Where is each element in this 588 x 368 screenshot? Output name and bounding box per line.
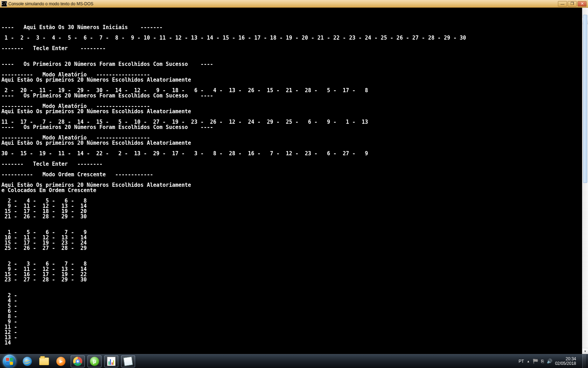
utorrent-icon: μ (90, 357, 99, 366)
console-line: 13 - (1, 335, 587, 340)
taskbar-clock[interactable]: 20:34 02/05/2018 (555, 357, 578, 366)
console-line: Aqui Estão Os primeiros 20 Números Escol… (1, 141, 587, 146)
taskbar-item-wmp[interactable]: ▶ (52, 354, 69, 368)
console-line: 9 - (1, 319, 587, 325)
console-line: 23 - 27 - 28 - 29 - 30 (1, 277, 587, 282)
close-button[interactable]: ✕ (578, 1, 587, 7)
taskbar-item-chrome[interactable] (69, 354, 86, 368)
scroll-thumb[interactable] (583, 15, 587, 183)
media-player-icon: ▶ (56, 357, 65, 366)
console-line: 6 - (1, 309, 587, 314)
taskbar-item-explorer[interactable] (36, 354, 52, 368)
console-line: e Colocados Em Ordem Crescente (1, 188, 587, 193)
console-line: 11 - (1, 325, 587, 330)
console-line: 8 - (1, 314, 587, 319)
console-line: 12 - (1, 330, 587, 335)
notepad-icon (123, 356, 133, 366)
minimize-button[interactable]: — (558, 1, 567, 7)
show-desktop-button[interactable] (582, 354, 586, 368)
console-line: 30 - 15 - 19 - 11 - 14 - 22 - 2 - 13 - 2… (1, 151, 587, 156)
clock-time: 20:34 (555, 357, 576, 361)
taskbar-item-devcpp[interactable] (103, 354, 120, 368)
language-indicator[interactable]: PT (519, 359, 524, 364)
console-line: 15 - 16 - 17 - 19 - 22 (1, 272, 587, 277)
console-line: Aqui Estão Os primeiros 20 Números Escol… (1, 109, 587, 114)
maximize-button[interactable]: ❐ (568, 1, 577, 7)
console-line: 14 (1, 340, 587, 346)
console-line: 4 - (1, 298, 587, 304)
start-button[interactable] (0, 354, 19, 368)
tray-overflow-icon[interactable]: ▲ (527, 360, 530, 363)
taskbar-item-ie[interactable] (19, 354, 36, 368)
console-line: 25 - 26 - 27 - 28 - 29 (1, 246, 587, 251)
console-line: 9 - 11 - 12 - 13 - 14 (1, 267, 587, 272)
chrome-icon (73, 357, 82, 366)
console-line (1, 282, 587, 288)
taskbar: ▶ μ PT ▲ 🏁 ⎘ 🔊 20:34 02/05/2018 (0, 354, 588, 368)
console-line: 2 - (1, 293, 587, 298)
scroll-down-arrow[interactable]: ▼ (582, 348, 588, 354)
windows-logo-icon (3, 355, 16, 368)
console-icon: C:\ (1, 1, 7, 7)
console-line: 2 - 4 - 5 - 6 - 8 (1, 198, 587, 204)
console-line: ---- Os Primeiros 20 Números Foram Escol… (1, 93, 587, 98)
console-line: ---- Os Primeiros 20 Números Foram Escol… (1, 125, 587, 130)
console-line: 10 - 11 - 12 - 13 - 14 (1, 235, 587, 240)
console-line: Aqui Estão Os primeiros 20 Números Escol… (1, 77, 587, 83)
console-line: 1 - 5 - 6 - 7 - 9 (1, 230, 587, 235)
system-tray: PT ▲ 🏁 ⎘ 🔊 20:34 02/05/2018 (516, 357, 580, 366)
console-line (1, 193, 587, 198)
volume-icon[interactable]: 🔊 (547, 359, 552, 364)
console-line (1, 256, 587, 261)
console-line: ---- Aqui Estão Os 30 Números Iniciais -… (1, 25, 587, 30)
console-output: ---- Aqui Estão Os 30 Números Iniciais -… (0, 8, 588, 354)
console-line (1, 51, 587, 56)
taskbar-item-notepad[interactable] (120, 354, 136, 368)
console-line (1, 225, 587, 230)
console-line: 15 - 17 - 18 - 19 - 20 (1, 209, 587, 214)
action-center-icon[interactable]: ⎘ (541, 359, 544, 364)
console-line (1, 251, 587, 256)
console-line: ---- Os Primeiros 20 Números Foram Escol… (1, 62, 587, 67)
console-line: 9 - 11 - 12 - 13 - 14 (1, 204, 587, 209)
console-line (1, 219, 587, 225)
console-line: ------- Tecle Enter -------- (1, 162, 587, 167)
ie-icon (23, 357, 32, 366)
console-line: 5 - (1, 304, 587, 309)
console-line: 2 - 3 - 6 - 7 - 8 (1, 261, 587, 267)
console-line: 21 - 26 - 28 - 29 - 30 (1, 214, 587, 219)
window-titlebar: C:\ Console simulando o modo texto do MS… (0, 0, 588, 8)
console-line: ------- Tecle Enter -------- (1, 46, 587, 51)
console-line: 15 - 17 - 19 - 23 - 24 (1, 240, 587, 246)
console-line: ---------- Modo Ordem Crescente --------… (1, 172, 587, 177)
window-title: Console simulando o modo texto do MS-DOS (8, 1, 93, 6)
tray-flag-icon[interactable]: 🏁 (533, 359, 538, 364)
clock-date: 02/05/2018 (555, 361, 576, 366)
console-line (1, 288, 587, 293)
window-controls: — ❐ ✕ (558, 1, 587, 7)
console-line: 1 - 2 - 3 - 4 - 5 - 6 - 7 - 8 - 9 - 10 -… (1, 35, 587, 41)
taskbar-item-utorrent[interactable]: μ (86, 354, 103, 368)
folder-icon (39, 357, 49, 365)
devcpp-icon (107, 357, 115, 366)
vertical-scrollbar[interactable]: ▲ ▼ (582, 8, 588, 354)
